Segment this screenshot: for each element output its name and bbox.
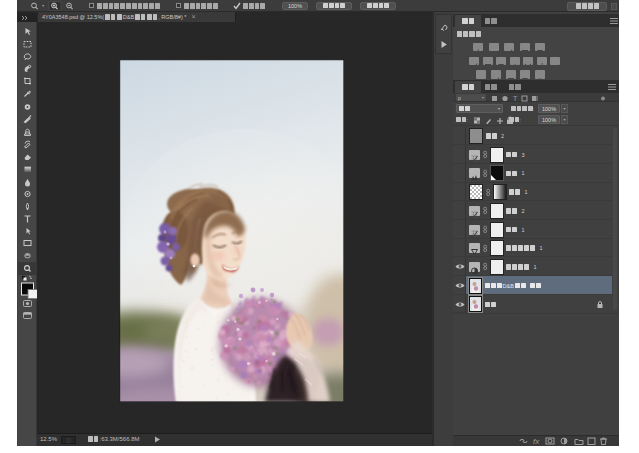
svg-text:fx: fx	[533, 437, 540, 445]
svg-text:T: T	[513, 95, 518, 102]
